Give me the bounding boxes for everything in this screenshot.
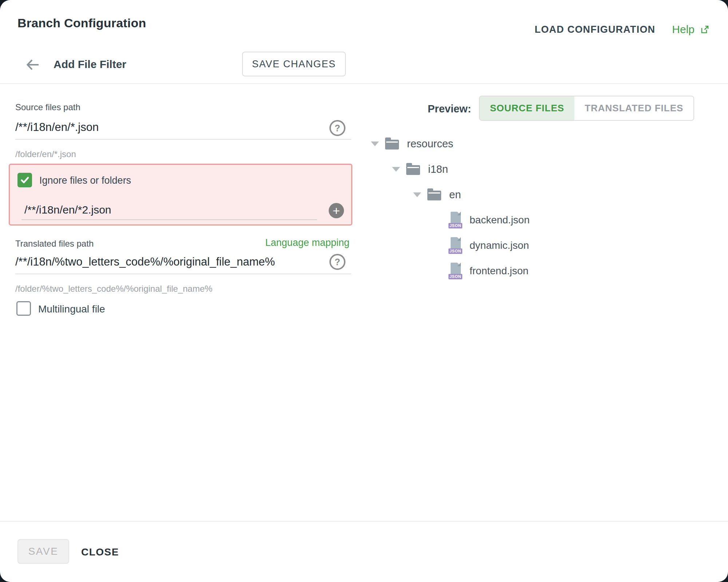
tree-item-label: en: [449, 189, 461, 201]
file-tree: resourcesi18nenJSONbackend.jsonJSONdynam…: [371, 131, 530, 284]
json-file-icon: JSON: [448, 212, 463, 228]
json-badge: JSON: [448, 223, 462, 228]
header-divider: [0, 83, 728, 84]
translated-path-help-icon[interactable]: ?: [329, 254, 345, 270]
tree-item-label: backend.json: [470, 214, 530, 226]
source-path-help-icon[interactable]: ?: [329, 120, 345, 136]
caret-down-icon[interactable]: [413, 192, 422, 197]
tree-item-label: dynamic.json: [470, 240, 529, 251]
close-button[interactable]: CLOSE: [81, 545, 119, 559]
source-path-hint: /folder/en/*.json: [15, 149, 76, 159]
caret-down-icon[interactable]: [392, 167, 400, 172]
preview-label: Preview:: [428, 103, 471, 115]
tree-item-label: resources: [407, 138, 453, 150]
page-title: Branch Configuration: [17, 16, 146, 30]
translated-path-hint: /folder/%two_letters_code%/%original_fil…: [15, 284, 213, 294]
header-actions: LOAD CONFIGURATION Help: [535, 23, 710, 36]
save-button[interactable]: SAVE: [17, 539, 69, 564]
language-mapping-link[interactable]: Language mapping: [265, 237, 349, 248]
folder-icon: [385, 140, 399, 150]
caret-down-icon[interactable]: [371, 141, 379, 146]
checkmark-icon: [19, 175, 30, 186]
tree-row[interactable]: resources: [371, 131, 530, 156]
tree-row[interactable]: JSONbackend.json: [371, 207, 530, 233]
ignore-input-underline: [21, 219, 317, 220]
ignore-files-highlight-box: Ignore files or folders /**/i18n/en/*2.j…: [9, 164, 352, 226]
save-changes-button[interactable]: SAVE CHANGES: [242, 52, 346, 76]
branch-configuration-dialog: Branch Configuration LOAD CONFIGURATION …: [0, 0, 728, 582]
translated-files-path-label: Translated files path: [15, 239, 94, 249]
folder-icon: [406, 165, 420, 175]
external-link-icon: [700, 24, 710, 35]
translated-files-path-input[interactable]: /**/i18n/%two_letters_code%/%original_fi…: [15, 255, 275, 268]
footer-divider: [0, 521, 728, 522]
tree-item-label: i18n: [428, 163, 448, 175]
add-ignore-pattern-button[interactable]: +: [329, 203, 344, 218]
help-link-label: Help: [672, 23, 695, 36]
arrow-left-icon: [25, 68, 41, 74]
help-link[interactable]: Help: [672, 23, 710, 36]
json-file-icon: JSON: [448, 263, 463, 279]
ignore-files-checkbox[interactable]: [17, 173, 32, 187]
tab-translated-files[interactable]: TRANSLATED FILES: [574, 96, 693, 120]
json-badge: JSON: [448, 248, 462, 254]
source-files-path-input[interactable]: /**/i18n/en/*.json: [15, 121, 99, 134]
tree-row[interactable]: JSONdynamic.json: [371, 233, 530, 258]
ignore-pattern-input[interactable]: /**/i18n/en/*2.json: [24, 204, 111, 216]
ignore-files-label[interactable]: Ignore files or folders: [39, 175, 131, 186]
json-badge: JSON: [448, 274, 462, 279]
preview-toggle-group: SOURCE FILES TRANSLATED FILES: [479, 96, 694, 121]
json-file-icon: JSON: [448, 237, 463, 254]
filter-title: Add File Filter: [54, 58, 126, 71]
tree-item-label: frontend.json: [470, 265, 529, 277]
tab-source-files[interactable]: SOURCE FILES: [480, 96, 574, 120]
source-files-path-label: Source files path: [15, 102, 80, 112]
tree-row[interactable]: i18n: [371, 156, 530, 182]
source-input-underline: [15, 139, 351, 140]
tree-row[interactable]: en: [371, 182, 530, 207]
multilingual-file-checkbox[interactable]: [16, 301, 31, 316]
tree-row[interactable]: JSONfrontend.json: [371, 258, 530, 284]
multilingual-file-label[interactable]: Multilingual file: [38, 303, 105, 315]
load-configuration-button[interactable]: LOAD CONFIGURATION: [535, 24, 656, 35]
translated-input-underline: [15, 274, 351, 274]
folder-icon: [427, 191, 441, 200]
back-button[interactable]: [25, 57, 41, 73]
